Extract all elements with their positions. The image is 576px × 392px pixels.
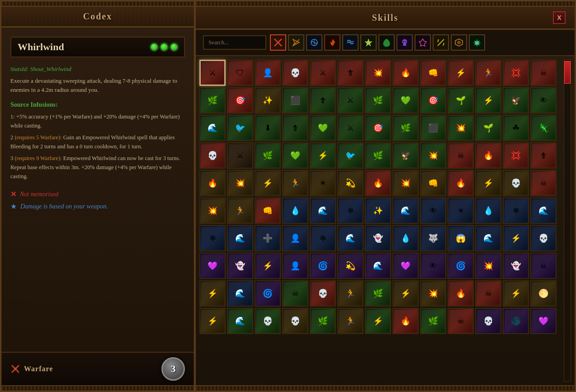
skill-cell[interactable]: 🌊 — [475, 225, 501, 251]
skill-cell[interactable]: ✨ — [255, 87, 281, 113]
skill-cell[interactable]: ⚡ — [475, 170, 501, 196]
skill-cell[interactable]: 🐦 — [227, 115, 253, 141]
filter-polymorph[interactable] — [451, 34, 467, 51]
skill-cell[interactable]: 👻 — [365, 225, 391, 251]
skill-cell[interactable]: 💚 — [392, 87, 419, 113]
skill-cell[interactable]: 🌿 — [199, 87, 226, 113]
search-input[interactable] — [203, 35, 266, 50]
skill-cell[interactable]: 🗡 — [337, 60, 364, 86]
skill-cell[interactable]: 🌿 — [310, 308, 336, 334]
skill-cell[interactable]: ⚡ — [448, 60, 474, 86]
skill-cell[interactable]: 🏃 — [282, 170, 308, 196]
skill-cell[interactable]: ⚡ — [503, 225, 529, 251]
skill-cell[interactable]: 🌊 — [365, 253, 391, 279]
skill-cell[interactable]: ⚔ — [337, 87, 364, 113]
skill-cell[interactable]: 💢 — [503, 142, 529, 169]
skill-cell[interactable]: 🌱 — [448, 87, 474, 113]
filter-geomancer[interactable] — [378, 34, 395, 51]
skill-cell[interactable]: ☠ — [448, 142, 474, 169]
skill-cell[interactable]: 🌿 — [392, 115, 419, 141]
skill-cell[interactable]: 🏃 — [337, 280, 364, 307]
skill-cell[interactable]: ⬇ — [255, 115, 281, 141]
filter-summoning[interactable] — [415, 34, 431, 51]
skill-cell[interactable]: 🌿 — [420, 308, 446, 334]
skill-cell[interactable]: 🌑 — [503, 308, 529, 334]
close-button[interactable]: X — [553, 11, 566, 24]
skill-cell[interactable]: ☠ — [475, 280, 501, 307]
skill-cell[interactable]: 🌊 — [199, 115, 226, 141]
skill-cell[interactable]: 👊 — [420, 170, 446, 196]
skill-cell[interactable]: 💢 — [503, 60, 529, 86]
skill-cell[interactable]: 👁 — [530, 87, 557, 113]
skill-cell[interactable]: 🐦 — [337, 142, 364, 169]
skill-cell[interactable]: 💥 — [392, 170, 419, 196]
filter-hydrosophist[interactable] — [342, 34, 359, 51]
skill-cell[interactable]: 💜 — [530, 308, 557, 334]
skill-cell[interactable]: ☀ — [310, 170, 336, 196]
skill-cell[interactable]: 👤 — [282, 253, 308, 279]
skill-cell[interactable]: 🔥 — [392, 308, 419, 334]
skill-cell[interactable]: 🦅 — [503, 87, 529, 113]
skill-cell[interactable]: 🗡 — [530, 142, 557, 169]
skill-cell[interactable]: 🏃 — [337, 308, 364, 334]
skill-cell[interactable]: ⚡ — [255, 170, 281, 196]
skill-cell[interactable]: 🎯 — [227, 87, 253, 113]
skill-cell[interactable]: 🔥 — [392, 60, 419, 86]
skill-cell[interactable]: 👊 — [255, 198, 281, 224]
skill-cell[interactable]: ⚡ — [365, 308, 391, 334]
filter-huntsman[interactable] — [288, 34, 304, 51]
skill-cell[interactable]: 👻 — [227, 253, 253, 279]
skill-cell[interactable]: 🌊 — [337, 225, 364, 251]
skill-cell[interactable]: ⚡ — [310, 142, 336, 169]
skill-cell[interactable]: 🌿 — [365, 87, 391, 113]
skill-cell[interactable]: ⚡ — [392, 280, 419, 307]
filter-aerotheurge[interactable] — [360, 34, 377, 51]
skill-cell[interactable]: 🌀 — [448, 253, 474, 279]
skill-cell[interactable]: 🌊 — [227, 225, 253, 251]
skill-cell[interactable]: 💀 — [530, 225, 557, 251]
skill-cell[interactable]: 🗡 — [310, 87, 336, 113]
skill-cell[interactable]: 🦅 — [392, 142, 419, 169]
skill-cell[interactable]: 💀 — [310, 280, 336, 307]
skill-cell[interactable]: 💥 — [448, 115, 474, 141]
skill-cell[interactable]: 💥 — [475, 253, 501, 279]
skill-cell[interactable]: ✨ — [365, 198, 391, 224]
filter-necromancer[interactable] — [397, 34, 413, 51]
skill-cell[interactable]: 🌿 — [365, 142, 391, 169]
skill-cell[interactable]: 🎯 — [365, 115, 391, 141]
skill-cell[interactable]: 💀 — [199, 142, 226, 169]
skill-cell[interactable]: 👻 — [503, 253, 529, 279]
filter-metamorph[interactable] — [306, 34, 322, 51]
skill-cell[interactable]: 💧 — [392, 225, 419, 251]
skill-cell[interactable]: 🌕 — [530, 280, 557, 307]
skill-cell[interactable]: 💫 — [337, 253, 364, 279]
skill-cell[interactable]: ❄ — [310, 225, 336, 251]
skill-cell[interactable]: 💚 — [310, 115, 336, 141]
skill-cell[interactable]: ⬛ — [282, 87, 308, 113]
skill-cell[interactable]: ⚔ — [337, 115, 364, 141]
skill-cell[interactable]: 💜 — [392, 253, 419, 279]
skill-cell[interactable]: ☠ — [530, 170, 557, 196]
skill-cell[interactable]: ☘ — [503, 115, 529, 141]
skill-cell[interactable]: 💜 — [199, 253, 226, 279]
skill-cell[interactable]: 💀 — [282, 308, 308, 334]
skill-cell[interactable]: 💧 — [475, 198, 501, 224]
skill-cell[interactable]: ❄ — [199, 225, 226, 251]
skill-cell[interactable]: 💫 — [337, 170, 364, 196]
skill-cell[interactable]: 🏃 — [475, 60, 501, 86]
skill-cell[interactable]: 💥 — [365, 60, 391, 86]
skill-cell[interactable]: 🌿 — [255, 142, 281, 169]
skill-cell[interactable]: ☠ — [282, 280, 308, 307]
skill-cell[interactable]: 💥 — [227, 170, 253, 196]
skill-cell[interactable]: 💀 — [255, 308, 281, 334]
skill-cell[interactable]: 🌊 — [392, 198, 419, 224]
skill-cell[interactable]: 🔥 — [475, 142, 501, 169]
skill-cell[interactable]: 🏃 — [227, 198, 253, 224]
filter-pyrokinetic[interactable] — [324, 34, 340, 51]
skill-cell[interactable]: 👤 — [255, 60, 281, 86]
skill-cell[interactable]: 🦎 — [530, 115, 557, 141]
skill-cell[interactable]: 👁 — [420, 253, 446, 279]
skill-cell[interactable]: ⚡ — [199, 280, 226, 307]
skill-cell[interactable]: 💀 — [475, 308, 501, 334]
skill-cell[interactable]: 👁 — [420, 198, 446, 224]
